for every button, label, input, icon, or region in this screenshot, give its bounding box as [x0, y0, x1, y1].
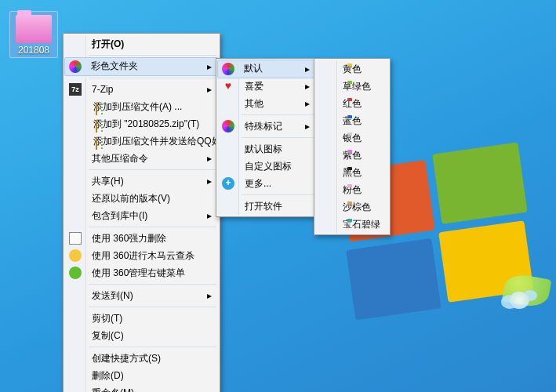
submenu-color-folder: 默认▸ ♥喜爱▸ 其他▸ 特殊标记▸ 默认图标 自定义图标 +更多... 打开软…	[216, 58, 318, 217]
color-红色[interactable]: 红色	[316, 95, 388, 112]
color-wheel-icon	[222, 63, 234, 75]
submenu-favorite[interactable]: ♥喜爱▸	[218, 78, 316, 95]
menu-360-delete[interactable]: 使用 360强力删除	[65, 230, 218, 247]
color-label: 蓝色	[343, 115, 362, 126]
menu-include-library[interactable]: 包含到库中(I)▸	[65, 207, 218, 224]
menu-add-archive[interactable]: 添加到压缩文件(A) ...	[65, 98, 218, 115]
color-蓝色[interactable]: 蓝色	[316, 112, 388, 129]
menu-copy[interactable]: 复制(C)	[65, 327, 218, 344]
color-黑色[interactable]: 黑色	[316, 164, 388, 181]
folder-icon	[16, 15, 52, 43]
archive-icon	[96, 103, 97, 115]
menu-open[interactable]: 打开(O)	[65, 35, 218, 53]
color-宝石碧绿[interactable]: 宝石碧绿	[316, 216, 388, 233]
submenu-other[interactable]: 其他▸	[218, 95, 316, 112]
submenu-default[interactable]: 默认▸	[217, 60, 317, 78]
menu-cut[interactable]: 剪切(T)	[65, 310, 218, 327]
submenu-open-software[interactable]: 打开软件	[218, 198, 316, 215]
menu-shortcut[interactable]: 创建快捷方式(S)	[65, 350, 218, 367]
color-label: 银色	[343, 132, 362, 143]
menu-other-compress[interactable]: 其他压缩命令▸	[65, 150, 218, 167]
color-label: 紫色	[343, 150, 362, 161]
submenu-custom-icon[interactable]: 自定义图标	[218, 158, 316, 175]
color-沙棕色[interactable]: 沙棕色	[316, 198, 388, 216]
context-menu: 打开(O) 彩色文件夹▸ 7z7-Zip▸ 添加到压缩文件(A) ... 添加到…	[63, 33, 220, 392]
color-wheel-icon	[222, 120, 234, 132]
color-label: 粉色	[343, 184, 362, 195]
color-银色[interactable]: 银色	[316, 129, 388, 147]
submenu-arrow-icon: ▸	[207, 58, 212, 75]
color-草绿色[interactable]: 草绿色	[316, 78, 388, 95]
menu-360-scan[interactable]: 使用 360进行木马云查杀	[65, 247, 218, 264]
color-label: 黑色	[343, 167, 362, 178]
menu-color-folder[interactable]: 彩色文件夹▸	[64, 57, 219, 76]
menu-restore-previous[interactable]: 还原以前的版本(V)	[65, 190, 218, 207]
color-wheel-icon	[69, 60, 82, 73]
color-紫色[interactable]: 紫色	[316, 147, 388, 164]
submenu-colors: 黄色草绿色红色蓝色银色紫色黑色粉色沙棕色宝石碧绿	[314, 58, 391, 235]
menu-delete[interactable]: 删除(D)	[65, 367, 218, 384]
menu-rename[interactable]: 重命名(M)	[65, 384, 218, 392]
folder-label: 201808	[12, 45, 56, 56]
archive-icon	[96, 137, 97, 150]
menu-add-send-qq[interactable]: 添加到压缩文件并发送给QQ好友	[65, 132, 218, 150]
submenu-default-icon[interactable]: 默认图标	[218, 140, 316, 158]
color-黄色[interactable]: 黄色	[316, 60, 388, 78]
menu-7zip[interactable]: 7z7-Zip▸	[65, 81, 218, 98]
file-icon	[69, 232, 82, 245]
color-label: 黄色	[343, 64, 362, 74]
menu-share[interactable]: 共享(H)▸	[65, 172, 218, 190]
color-label: 红色	[343, 98, 362, 109]
desktop[interactable]: 201808 打开(O) 彩色文件夹▸ 7z7-Zip▸ 添加到压缩文件(A) …	[0, 0, 556, 392]
360-icon	[69, 267, 82, 279]
submenu-more[interactable]: +更多...	[218, 175, 316, 192]
archive-icon	[96, 120, 97, 132]
heart-icon: ♥	[222, 80, 234, 93]
plus-icon: +	[222, 177, 234, 190]
menu-send-to[interactable]: 发送到(N)▸	[65, 287, 218, 304]
butterfly-decoration	[509, 292, 529, 309]
menu-add-named-zip[interactable]: 添加到 "20180825.zip"(T)	[65, 115, 218, 132]
menu-360-manage[interactable]: 使用 360管理右键菜单	[65, 264, 218, 281]
7zip-icon: 7z	[69, 83, 82, 96]
desktop-folder[interactable]: 201808	[9, 11, 58, 58]
color-粉色[interactable]: 粉色	[316, 181, 388, 198]
submenu-special[interactable]: 特殊标记▸	[218, 118, 316, 135]
360-icon	[69, 249, 82, 262]
